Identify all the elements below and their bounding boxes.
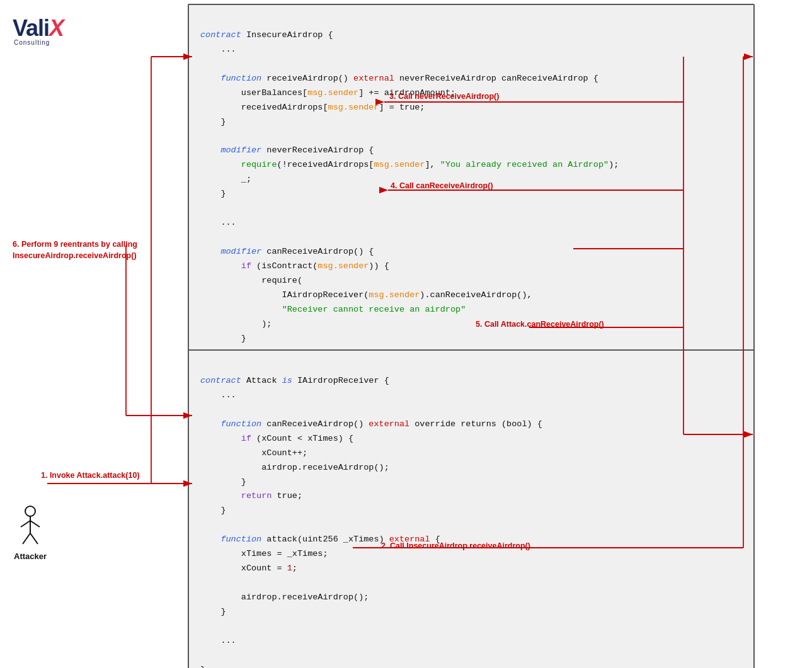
- svg-line-5: [30, 533, 38, 544]
- annotation-6: 6. Perform 9 reentrants by calling Insec…: [13, 239, 137, 261]
- svg-line-2: [21, 521, 30, 527]
- attacker-label: Attacker: [14, 552, 47, 561]
- attacker-figure: Attacker: [14, 505, 47, 561]
- logo: ValiX Consulting: [13, 11, 113, 49]
- svg-line-3: [30, 521, 40, 527]
- annotation-3: 3. Call neverReceiveAirdrop(): [389, 92, 499, 101]
- annotation-1: 1. Invoke Attack.attack(10): [41, 471, 140, 480]
- svg-point-0: [25, 506, 35, 516]
- attacker-icon: [18, 505, 43, 549]
- annotation-2: 2. Call InsecureAirdrop.receiveAirdrop(): [381, 541, 530, 550]
- svg-line-4: [23, 533, 30, 544]
- annotation-5: 5. Call Attack.canReceiveAirdrop(): [476, 320, 604, 329]
- attack-box: contract Attack is IAirdropReceiver { ..…: [188, 349, 755, 668]
- annotation-4: 4. Call canReceiveAirdrop(): [391, 181, 493, 190]
- logo-text: ValiX: [13, 15, 64, 41]
